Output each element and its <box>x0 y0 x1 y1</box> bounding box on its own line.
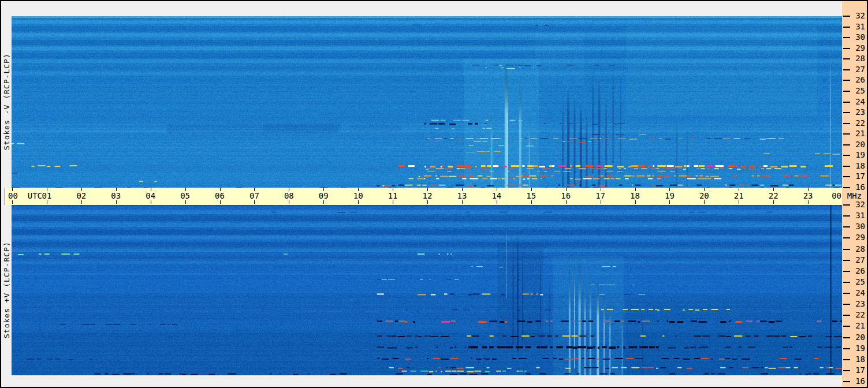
freq-tick-label: 29 <box>851 233 865 242</box>
freq-tick-label: 32 <box>851 200 865 209</box>
time-hour-label: 06 <box>215 191 225 200</box>
freq-tick <box>843 112 850 113</box>
time-tick <box>773 200 774 204</box>
freq-tick <box>843 215 850 217</box>
freq-tick <box>843 187 850 188</box>
time-tick <box>151 200 151 204</box>
time-hour-label: 09 <box>318 191 329 200</box>
time-tick <box>393 200 393 204</box>
freq-tick <box>843 293 850 294</box>
freq-tick <box>843 348 850 349</box>
freq-tick <box>843 16 850 17</box>
time-tick <box>185 200 186 204</box>
time-hour-label: 02 <box>76 191 87 200</box>
freq-tick-label: 26 <box>851 266 865 275</box>
time-hour-label: 08 <box>284 191 294 200</box>
freq-tick <box>843 123 850 124</box>
freq-tick-label: 24 <box>851 97 865 106</box>
time-tick <box>427 200 428 204</box>
time-axis: 00 UTC 010203040506070809101112131415161… <box>5 188 843 205</box>
freq-tick-label: 21 <box>851 129 865 138</box>
freq-tick <box>843 326 850 327</box>
freq-tick-label: 30 <box>851 32 865 42</box>
freq-tick <box>843 226 850 227</box>
freq-tick-label: 32 <box>851 11 865 20</box>
time-hour-label: 01 <box>42 191 52 200</box>
time-tick <box>358 200 359 204</box>
freq-tick <box>843 260 850 261</box>
freq-tick-label: 27 <box>851 255 865 264</box>
freq-tick-label: 28 <box>851 54 865 63</box>
freq-tick <box>843 204 850 206</box>
freq-tick <box>843 249 850 250</box>
freq-tick <box>843 144 850 146</box>
time-tick <box>808 200 809 204</box>
time-axis-start-unit: UTC <box>28 191 42 200</box>
freq-tick <box>843 370 850 371</box>
time-tick <box>739 200 739 204</box>
time-axis-start-label: 00 <box>8 191 18 200</box>
time-tick <box>323 200 324 204</box>
freq-tick-label: 19 <box>851 344 865 353</box>
spectrogram-canvas-1 <box>12 16 842 188</box>
freq-tick <box>843 282 850 283</box>
time-hour-label: 04 <box>146 191 156 200</box>
freq-tick-label: 25 <box>851 277 865 286</box>
freq-tick-label: 18 <box>851 355 865 364</box>
freq-tick <box>843 69 850 70</box>
time-tick <box>254 200 255 204</box>
time-hour-label: 20 <box>699 191 709 200</box>
freq-tick-label: 29 <box>851 43 865 53</box>
freq-tick-label: 17 <box>851 365 865 375</box>
freq-tick <box>843 80 850 81</box>
freq-tick <box>843 91 850 92</box>
bottom-margin <box>1 375 842 387</box>
freq-tick-label: 21 <box>851 321 865 330</box>
time-tick <box>497 200 497 204</box>
time-tick <box>669 200 670 204</box>
panel-2-axis-label: Stokes +V (LCP-RCP) <box>1 205 12 375</box>
freq-tick <box>843 133 850 135</box>
time-hour-label: 23 <box>803 191 813 200</box>
freq-tick <box>843 304 850 305</box>
time-tick <box>12 200 13 204</box>
time-hour-label: 05 <box>180 191 191 200</box>
freq-tick <box>843 37 850 38</box>
freq-tick <box>843 48 850 49</box>
time-tick <box>12 188 13 191</box>
freq-tick-label: 23 <box>851 107 865 117</box>
time-hour-label: 14 <box>491 191 502 200</box>
time-tick <box>531 200 532 204</box>
freq-tick <box>843 166 850 167</box>
time-hour-label: 13 <box>457 191 467 200</box>
time-hour-label: 07 <box>249 191 259 200</box>
freq-axis-column: MHz 323130292827262524232221201918171632… <box>842 1 867 387</box>
freq-tick-label: 28 <box>851 244 865 253</box>
time-hour-label: 12 <box>422 191 433 200</box>
time-tick <box>81 200 82 204</box>
time-tick <box>635 200 636 204</box>
freq-tick <box>843 271 850 272</box>
time-hour-label: 17 <box>595 191 606 200</box>
time-hour-label: 18 <box>630 191 640 200</box>
freq-unit-label: MHz <box>843 191 866 200</box>
freq-tick-label: 18 <box>851 161 865 170</box>
freq-tick-label: 26 <box>851 75 865 84</box>
freq-tick <box>843 155 850 156</box>
freq-tick <box>843 381 850 382</box>
freq-tick <box>843 58 850 59</box>
freq-tick-label: 17 <box>851 171 865 181</box>
time-hour-label: 15 <box>526 191 537 200</box>
freq-tick-label: 20 <box>851 140 865 149</box>
time-hour-label: 19 <box>664 191 675 200</box>
freq-tick <box>843 359 850 360</box>
time-hour-label: 21 <box>733 191 744 200</box>
time-axis-end-label: 00 <box>831 191 841 200</box>
spectrogram-canvas-2 <box>12 205 842 375</box>
time-tick <box>289 200 289 204</box>
freq-tick-label: 22 <box>851 310 865 319</box>
time-tick <box>462 200 463 204</box>
spectrogram-panel-1 <box>12 16 842 188</box>
panel-1-axis-label: Stokes -V (RCP-LCP) <box>1 16 12 188</box>
freq-tick <box>843 176 850 177</box>
